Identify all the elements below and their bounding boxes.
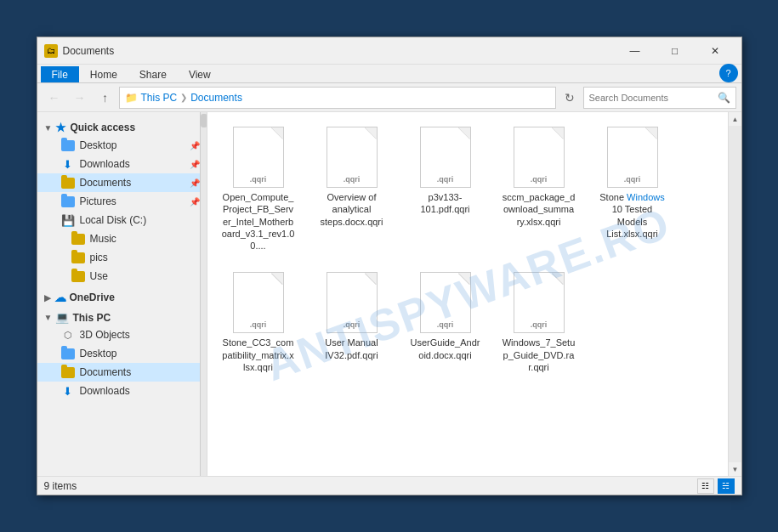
sidebar-label: Desktop bbox=[80, 139, 117, 151]
download-icon: ⬇ bbox=[61, 384, 75, 398]
folder-blue-icon bbox=[61, 195, 75, 208]
sidebar-item-documents[interactable]: Documents bbox=[37, 363, 207, 382]
title-bar: 🗂 Documents — □ ✕ bbox=[37, 37, 741, 65]
help-button[interactable]: ? bbox=[719, 64, 738, 82]
sidebar-section-this-pc[interactable]: ▼ 💻 This PC bbox=[37, 306, 207, 325]
sidebar-label: Music bbox=[90, 233, 116, 245]
pin-icon: 📌 bbox=[190, 178, 200, 188]
sidebar-item-music[interactable]: Music bbox=[37, 229, 207, 248]
file-item[interactable]: .qqrip3v133-101.pdf.qqri bbox=[403, 121, 488, 258]
file-icon: .qqri bbox=[327, 127, 378, 188]
main-scrollbar[interactable]: ▲ ▼ bbox=[728, 112, 741, 476]
file-icon: .qqri bbox=[514, 272, 565, 333]
sidebar: ▼ ★ Quick access Desktop 📌 ⬇ Downloads 📌… bbox=[37, 112, 207, 476]
file-item[interactable]: .qqriUser Manual IV32.pdf.qqri bbox=[309, 266, 395, 379]
file-icon: .qqri bbox=[607, 127, 658, 188]
address-documents[interactable]: Documents bbox=[190, 92, 242, 104]
forward-button[interactable]: → bbox=[68, 87, 92, 109]
sidebar-scrollbar[interactable] bbox=[200, 112, 207, 476]
address-bar[interactable]: 📁 This PC ❯ Documents bbox=[119, 87, 556, 109]
sidebar-item-3d-objects[interactable]: ⬡ 3D Objects bbox=[37, 325, 207, 344]
file-name-label: User Manual IV32.pdf.qqri bbox=[315, 337, 389, 361]
list-view-button[interactable]: ☷ bbox=[697, 478, 714, 494]
scroll-up-button[interactable]: ▲ bbox=[729, 112, 741, 126]
search-input[interactable] bbox=[589, 93, 718, 103]
sidebar-item-downloads-qa[interactable]: ⬇ Downloads 📌 bbox=[37, 155, 207, 173]
minimize-button[interactable]: — bbox=[616, 37, 655, 65]
sidebar-label: Desktop bbox=[80, 348, 117, 359]
file-ext-label: .qqri bbox=[437, 175, 454, 184]
3d-icon: ⬡ bbox=[61, 328, 75, 342]
pin-icon: 📌 bbox=[190, 141, 200, 150]
grid-view-button[interactable]: ☵ bbox=[718, 478, 735, 494]
folder-blue-icon bbox=[61, 347, 75, 360]
sidebar-section-onedrive[interactable]: ▶ ☁ OneDrive bbox=[37, 286, 207, 306]
file-name-label: sccm_package_download_summary.xlsx.qqri bbox=[503, 191, 576, 228]
refresh-button[interactable]: ↻ bbox=[558, 87, 582, 109]
tab-share[interactable]: Share bbox=[128, 66, 178, 82]
file-item[interactable]: .qqriStone Windows 10 Tested Models List… bbox=[590, 121, 675, 258]
file-item[interactable]: .qqriOpen_Compute_Project_FB_Server_Inte… bbox=[216, 121, 301, 258]
file-ext-label: .qqri bbox=[531, 175, 548, 184]
file-ext-label: .qqri bbox=[531, 320, 548, 329]
file-name-label: Windows_7_Setup_Guide_DVD.rar.qqri bbox=[503, 337, 576, 373]
onedrive-label: OneDrive bbox=[70, 291, 115, 303]
folder-icon bbox=[71, 232, 85, 246]
view-controls: ☷ ☵ bbox=[697, 478, 735, 494]
address-this-pc[interactable]: This PC bbox=[141, 92, 178, 104]
search-bar[interactable]: 🔍 bbox=[583, 87, 736, 109]
pin-icon: 📌 bbox=[190, 160, 200, 169]
sidebar-item-use[interactable]: Use bbox=[37, 267, 207, 286]
sidebar-scroll-thumb[interactable] bbox=[201, 114, 207, 127]
main-content: ▼ ★ Quick access Desktop 📌 ⬇ Downloads 📌… bbox=[37, 112, 741, 476]
folder-icon bbox=[71, 251, 85, 264]
this-pc-label: This PC bbox=[72, 312, 111, 324]
scroll-down-button[interactable]: ▼ bbox=[729, 462, 741, 476]
sidebar-label: Downloads bbox=[80, 385, 130, 397]
folder-icon bbox=[71, 269, 85, 283]
sidebar-item-desktop[interactable]: Desktop bbox=[37, 344, 207, 363]
sidebar-item-pics[interactable]: pics bbox=[37, 248, 207, 267]
window-icon: 🗂 bbox=[44, 44, 58, 58]
file-name-label: Open_Compute_Project_FB_Server_Intel_Mot… bbox=[222, 191, 295, 252]
window-title: Documents bbox=[63, 45, 616, 57]
ribbon-tabs: File Home Share View ? bbox=[37, 65, 741, 83]
sidebar-item-local-disk[interactable]: 💾 Local Disk (C:) bbox=[37, 211, 207, 229]
title-bar-icons: 🗂 bbox=[44, 44, 58, 58]
pin-icon: 📌 bbox=[190, 197, 200, 207]
file-area: .qqriOpen_Compute_Project_FB_Server_Inte… bbox=[207, 112, 728, 476]
folder-blue-icon bbox=[61, 139, 75, 152]
sidebar-item-documents-qa[interactable]: Documents 📌 bbox=[37, 173, 207, 192]
hdd-icon: 💾 bbox=[61, 213, 75, 227]
sidebar-item-downloads[interactable]: ⬇ Downloads bbox=[37, 382, 207, 400]
file-item[interactable]: .qqrisccm_package_download_summary.xlsx.… bbox=[497, 121, 582, 258]
up-button[interactable]: ↑ bbox=[94, 87, 117, 109]
status-bar: 9 items ☷ ☵ bbox=[37, 476, 741, 495]
sidebar-section-quick-access[interactable]: ▼ ★ Quick access bbox=[37, 116, 207, 136]
file-ext-label: .qqri bbox=[250, 320, 267, 329]
file-item[interactable]: .qqriUserGuide_Android.docx.qqri bbox=[403, 266, 488, 379]
tab-home[interactable]: Home bbox=[79, 66, 128, 82]
back-button[interactable]: ← bbox=[43, 87, 66, 109]
file-ext-label: .qqri bbox=[344, 320, 361, 329]
sidebar-label: Local Disk (C:) bbox=[80, 214, 147, 226]
file-ext-label: .qqri bbox=[250, 175, 267, 184]
search-icon: 🔍 bbox=[718, 92, 730, 104]
file-name-label: Stone_CC3_compatibility_matrix.xlsx.qqri bbox=[222, 337, 295, 373]
file-item[interactable]: .qqriWindows_7_Setup_Guide_DVD.rar.qqri bbox=[497, 266, 582, 379]
sidebar-label: Downloads bbox=[80, 158, 130, 170]
file-icon: .qqri bbox=[327, 272, 378, 333]
sidebar-item-desktop-qa[interactable]: Desktop 📌 bbox=[37, 136, 207, 155]
explorer-window: 🗂 Documents — □ ✕ File Home Share View ?… bbox=[37, 37, 742, 495]
close-button[interactable]: ✕ bbox=[696, 37, 735, 65]
file-item[interactable]: .qqriOverview of analytical steps.docx.q… bbox=[309, 121, 395, 258]
folder-icon bbox=[61, 176, 75, 190]
file-name-label: Stone Windows 10 Tested Models List.xlsx… bbox=[596, 191, 669, 240]
tab-file[interactable]: File bbox=[41, 66, 79, 82]
file-ext-label: .qqri bbox=[437, 320, 454, 329]
maximize-button[interactable]: □ bbox=[656, 37, 695, 65]
tab-view[interactable]: View bbox=[178, 66, 222, 82]
folder-icon bbox=[61, 365, 75, 379]
file-item[interactable]: .qqriStone_CC3_compatibility_matrix.xlsx… bbox=[216, 266, 301, 379]
sidebar-item-pictures-qa[interactable]: Pictures 📌 bbox=[37, 192, 207, 211]
